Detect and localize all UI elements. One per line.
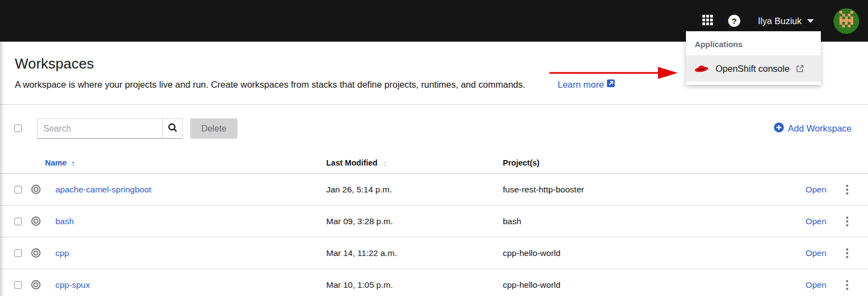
last-modified-cell: Jan 26, 5:14 p.m. — [326, 185, 503, 195]
workspace-name-link[interactable]: cpp — [52, 248, 326, 258]
row-actions-kebab[interactable] — [843, 181, 852, 198]
external-link-square-icon — [606, 79, 615, 90]
projects-cell: cpp-hello-world — [503, 280, 777, 290]
row-checkbox[interactable] — [14, 186, 22, 193]
table-row-cpp-spux: cpp-spux Mar 10, 1:05 p.m. cpp-hello-wor… — [0, 269, 868, 296]
projects-cell: bash — [503, 217, 777, 226]
learn-more-label: Learn more — [558, 79, 604, 90]
row-actions-kebab[interactable] — [843, 277, 852, 293]
column-header-projects: Project(s) — [503, 158, 777, 167]
caret-down-icon[interactable] — [807, 19, 814, 23]
row-checkbox[interactable] — [14, 249, 22, 257]
workspace-name-link[interactable]: bash — [52, 217, 326, 226]
table-header-row: Name ↑ Last Modified ↕ Project(s) — [0, 152, 868, 174]
column-header-last-modified[interactable]: Last Modified ↕ — [326, 158, 503, 168]
select-all-checkbox[interactable] — [14, 124, 22, 132]
menu-item-openshift-console[interactable]: OpenShift console — [686, 55, 821, 82]
row-checkbox[interactable] — [14, 218, 22, 225]
learn-more-link[interactable]: Learn more — [558, 79, 615, 90]
workspace-name-link[interactable]: apache-camel-springboot — [52, 185, 326, 195]
projects-cell: cpp-hello-world — [503, 248, 777, 258]
delete-button[interactable]: Delete — [190, 118, 237, 139]
applications-menu: Applications OpenShift console — [686, 31, 821, 85]
sort-ascending-icon: ↑ — [71, 158, 76, 168]
workspace-stopped-icon — [31, 248, 41, 258]
help-button[interactable]: ? — [728, 15, 740, 27]
search-button[interactable] — [162, 119, 182, 138]
question-circle-icon: ? — [728, 15, 740, 27]
add-workspace-label: Add Workspace — [788, 123, 852, 134]
open-workspace-link[interactable]: Open — [805, 248, 826, 258]
plus-circle-icon — [774, 122, 784, 135]
open-workspace-link[interactable]: Open — [805, 217, 826, 226]
row-actions-kebab[interactable] — [843, 245, 852, 261]
avatar — [833, 8, 859, 34]
workspace-stopped-icon — [31, 185, 41, 194]
workspaces-table: Name ↑ Last Modified ↕ Project(s) apache… — [0, 152, 868, 296]
projects-cell: fuse-rest-http-booster — [503, 185, 777, 195]
table-row-apache-camel-springboot: apache-camel-springboot Jan 26, 5:14 p.m… — [0, 174, 868, 206]
column-header-last-modified-label: Last Modified — [326, 158, 377, 167]
row-checkbox[interactable] — [14, 281, 22, 289]
apps-grid-icon — [702, 15, 713, 27]
column-header-name[interactable]: Name ↑ — [45, 158, 326, 168]
sort-both-icon: ↕ — [383, 158, 387, 168]
page-description: A workspace is where your projects live … — [15, 79, 525, 90]
menu-item-label: OpenShift console — [716, 64, 790, 74]
applications-menu-section-label: Applications — [686, 31, 821, 55]
table-row-cpp: cpp Mar 14, 11:22 a.m. cpp-hello-world O… — [0, 237, 868, 269]
workspace-name-link[interactable]: cpp-spux — [52, 280, 326, 290]
open-workspace-link[interactable]: Open — [805, 280, 826, 290]
add-workspace-button[interactable]: Add Workspace — [774, 122, 852, 135]
last-modified-cell: Mar 09, 3:28 p.m. — [326, 217, 503, 226]
table-row-bash: bash Mar 09, 3:28 p.m. bash Open — [0, 206, 868, 237]
search-input[interactable] — [38, 119, 162, 138]
workspaces-toolbar: Delete Add Workspace — [0, 118, 868, 139]
applications-launcher-button[interactable] — [702, 15, 713, 27]
workspace-stopped-icon — [31, 217, 41, 226]
external-link-icon — [796, 65, 804, 72]
page-title: Workspaces — [15, 55, 94, 72]
open-workspace-link[interactable]: Open — [805, 185, 826, 195]
row-actions-kebab[interactable] — [843, 213, 852, 230]
user-menu-name[interactable]: Ilya Buziuk — [758, 16, 802, 26]
search-icon — [168, 123, 178, 134]
left-edge-shadow — [0, 42, 4, 296]
last-modified-cell: Mar 10, 1:05 p.m. — [326, 280, 503, 290]
header-divider — [0, 104, 868, 105]
workspace-stopped-icon — [31, 280, 41, 289]
last-modified-cell: Mar 14, 11:22 a.m. — [326, 248, 503, 258]
column-header-name-label: Name — [45, 158, 67, 167]
search-group — [37, 118, 183, 139]
red-fedora-icon — [694, 62, 709, 75]
